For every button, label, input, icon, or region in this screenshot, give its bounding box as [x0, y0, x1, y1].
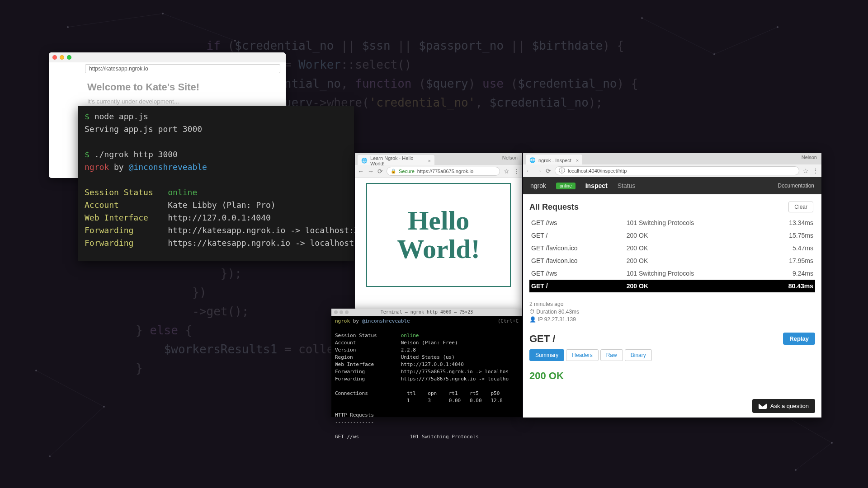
- hello-tab[interactable]: 🌐 Learn Ngrok - Hello World! ×: [358, 155, 434, 165]
- svg-point-16: [49, 455, 51, 457]
- traffic-min-icon[interactable]: [60, 55, 64, 60]
- svg-point-9: [162, 13, 164, 14]
- term2-titlebar: Terminal — ngrok http 4000 — 75×23: [331, 309, 522, 316]
- svg-line-0: [68, 14, 163, 27]
- time-cell: 15.75ms: [760, 229, 815, 242]
- forward-icon[interactable]: →: [536, 167, 542, 174]
- term1-out1: Serving app.js port 3000: [85, 124, 202, 134]
- svg-point-8: [67, 26, 69, 28]
- hello-tab-title: Learn Ngrok - Hello World!: [370, 155, 424, 166]
- back-icon[interactable]: ←: [358, 168, 364, 175]
- star-icon[interactable]: ☆: [504, 168, 509, 175]
- req-cell: GET /: [529, 280, 625, 292]
- reload-icon[interactable]: ⟳: [546, 167, 551, 174]
- svg-line-5: [50, 407, 104, 456]
- insp-toolbar: ← → ⟳ ⓘ localhost:4040/inspect/http ☆ ⋮: [523, 164, 821, 177]
- request-meta: 2 minutes ago ⏱ Duration 80.43ms 👤 IP 92…: [529, 300, 815, 324]
- svg-line-4: [36, 371, 104, 407]
- table-row[interactable]: GET /favicon.ico200 OK5.47ms: [529, 242, 815, 254]
- back-icon[interactable]: ←: [526, 167, 532, 174]
- close-icon[interactable]: ×: [428, 158, 431, 164]
- hello-profile[interactable]: Nelson: [502, 155, 518, 160]
- status-pill: online: [556, 183, 576, 189]
- table-row[interactable]: GET //ws101 Switching Protocols9.24ms: [529, 267, 815, 280]
- hello-address-bar[interactable]: 🔒 Secure https://775a8675.ngrok.io: [387, 167, 500, 176]
- svg-point-12: [713, 53, 715, 55]
- kate-address-bar[interactable]: https://katesapp.ngrok.io: [85, 64, 280, 73]
- subtab-headers[interactable]: Headers: [566, 349, 598, 361]
- svg-point-15: [103, 406, 105, 408]
- insp-address-bar[interactable]: ⓘ localhost:4040/inspect/http: [555, 166, 799, 175]
- replay-button[interactable]: Replay: [783, 333, 815, 345]
- terminal-kate[interactable]: $ node app.js Serving app.js port 3000 $…: [78, 106, 354, 261]
- menu-icon[interactable]: ⋮: [812, 167, 819, 174]
- mail-icon: [759, 404, 767, 409]
- table-row[interactable]: GET /favicon.ico200 OK17.95ms: [529, 254, 815, 267]
- terminal-nelson[interactable]: Terminal — ngrok http 4000 — 75×23 (Ctrl…: [331, 309, 522, 417]
- term1-ngrok-word: ngrok: [85, 162, 109, 172]
- status-cell: 200 OK: [625, 254, 760, 267]
- table-row[interactable]: GET //ws101 Switching Protocols13.34ms: [529, 216, 815, 229]
- req-cell: GET /: [529, 229, 625, 242]
- insp-profile[interactable]: Nelson: [802, 155, 817, 160]
- insp-nav: ngrok online Inspect Status Documentatio…: [523, 177, 821, 194]
- reload-icon[interactable]: ⟳: [377, 168, 383, 175]
- time-cell: 17.95ms: [760, 254, 815, 267]
- response-status: 200 OK: [529, 370, 815, 382]
- nav-status[interactable]: Status: [618, 182, 636, 189]
- req-cell: GET //ws: [529, 216, 625, 229]
- subtab-raw[interactable]: Raw: [600, 349, 623, 361]
- all-requests-heading: All Requests: [529, 202, 815, 212]
- time-cell: 5.47ms: [760, 242, 815, 254]
- requests-table: GET //ws101 Switching Protocols13.34msGE…: [529, 216, 815, 292]
- svg-point-10: [234, 40, 236, 42]
- lock-icon: 🔒: [391, 169, 396, 174]
- svg-line-7: [796, 443, 832, 470]
- req-cell: GET /favicon.ico: [529, 254, 625, 267]
- subtab-binary[interactable]: Binary: [625, 349, 652, 361]
- forward-icon[interactable]: →: [368, 168, 374, 175]
- nav-inspect[interactable]: Inspect: [585, 182, 608, 189]
- close-icon[interactable]: ×: [576, 158, 579, 163]
- globe-icon: 🌐: [361, 158, 368, 164]
- star-icon[interactable]: ☆: [803, 167, 809, 174]
- time-cell: 9.24ms: [760, 267, 815, 280]
- insp-brand: ngrok: [530, 182, 546, 189]
- table-row[interactable]: GET /200 OK15.75ms: [529, 229, 815, 242]
- subtab-summary[interactable]: Summary: [529, 349, 564, 361]
- time-cell: 80.43ms: [760, 280, 815, 292]
- svg-line-2: [642, 18, 714, 54]
- globe-icon: 🌐: [529, 157, 536, 163]
- insp-tab[interactable]: 🌐 ngrok - Inspect ×: [526, 155, 582, 164]
- menu-icon[interactable]: ⋮: [513, 168, 519, 175]
- info-icon: ⓘ: [559, 167, 565, 175]
- status-cell: 200 OK: [625, 280, 760, 292]
- term1-cmd1: node app.js: [94, 112, 148, 121]
- table-row[interactable]: GET /200 OK80.43ms: [529, 280, 815, 292]
- meta-ago: 2 minutes ago: [529, 300, 815, 308]
- clear-button[interactable]: Clear: [788, 202, 813, 212]
- svg-point-19: [795, 469, 797, 471]
- svg-point-11: [641, 17, 643, 19]
- req-cell: GET //ws: [529, 267, 625, 280]
- term2-ctrlc: (Ctrl+C: [498, 318, 519, 325]
- ip-icon: 👤: [529, 316, 536, 323]
- svg-point-14: [35, 370, 37, 371]
- ask-label: Ask a question: [770, 403, 809, 409]
- detail-subtabs: SummaryHeadersRawBinary: [529, 349, 815, 361]
- hello-page: Hello World!: [355, 178, 522, 309]
- secure-label: Secure: [399, 169, 415, 174]
- req-cell: GET /favicon.ico: [529, 242, 625, 254]
- clock-icon: ⏱: [529, 309, 535, 315]
- term1-cmd2: ./ngrok http 3000: [94, 150, 178, 159]
- nav-documentation[interactable]: Documentation: [778, 183, 814, 189]
- time-cell: 13.34ms: [760, 216, 815, 229]
- traffic-max-icon[interactable]: [67, 55, 71, 60]
- hello-browser-window: 🌐 Learn Ngrok - Hello World! × Nelson ← …: [355, 153, 522, 309]
- kate-line1: It's currently under development...: [87, 98, 277, 106]
- meta-duration: Duration 80.43ms: [536, 309, 579, 315]
- ask-question-button[interactable]: Ask a question: [752, 399, 815, 413]
- term2-title: Terminal — ngrok http 4000 — 75×23: [381, 309, 473, 316]
- status-cell: 101 Switching Protocols: [625, 216, 760, 229]
- traffic-close-icon[interactable]: [52, 55, 57, 60]
